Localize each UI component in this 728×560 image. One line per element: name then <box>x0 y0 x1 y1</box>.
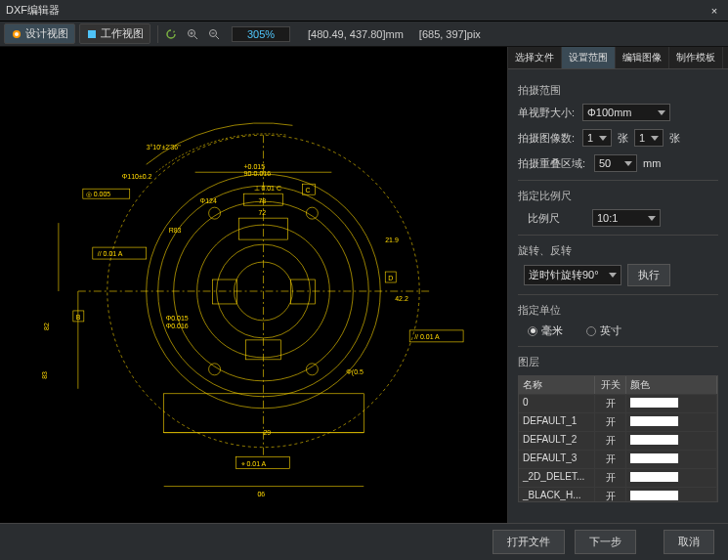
layer-row[interactable]: DEFAULT_1开 <box>519 412 717 431</box>
svg-text:Φ(0.5: Φ(0.5 <box>346 368 364 376</box>
svg-line-8 <box>216 36 219 39</box>
zoom-input[interactable]: 305% <box>232 26 290 42</box>
layer-head-color[interactable]: 颜色 <box>626 376 717 394</box>
layer-color[interactable] <box>626 488 717 501</box>
svg-text:Φ110±0.2: Φ110±0.2 <box>122 173 152 180</box>
layer-title: 图层 <box>518 355 718 369</box>
refresh-icon[interactable] <box>165 28 177 40</box>
count-y-select[interactable]: 1 <box>634 129 664 147</box>
svg-point-1 <box>15 32 19 36</box>
layer-row[interactable]: DEFAULT_3开 <box>519 450 717 468</box>
count-suffix: 张 <box>669 131 680 146</box>
scale-title: 指定比例尺 <box>518 189 718 203</box>
layer-head-switch[interactable]: 开关 <box>595 376 626 394</box>
next-button[interactable]: 下一步 <box>575 530 636 554</box>
count-mid: 张 <box>618 131 628 146</box>
svg-text:06: 06 <box>257 491 265 497</box>
layer-switch[interactable]: 开 <box>595 413 626 431</box>
svg-text:Φ0.015: Φ0.015 <box>166 315 189 322</box>
layer-row[interactable]: DEFAULT_2开 <box>519 431 717 450</box>
tab-edit-image[interactable]: 编辑图像 <box>616 47 669 68</box>
layer-row[interactable]: _BLACK_H...开 <box>519 487 717 501</box>
design-view-label: 设计视图 <box>25 26 68 41</box>
chevron-down-icon <box>651 136 659 141</box>
unit-title: 指定单位 <box>518 303 718 318</box>
coord-px: [685, 397]pix <box>413 28 487 40</box>
cancel-button[interactable]: 取消 <box>664 530 714 554</box>
layer-name: DEFAULT_1 <box>519 413 595 431</box>
layer-switch[interactable]: 开 <box>595 395 626 412</box>
svg-text:+0.015: +0.015 <box>244 163 266 170</box>
svg-rect-24 <box>290 280 315 304</box>
overlap-unit: mm <box>643 157 661 169</box>
svg-rect-2 <box>88 30 96 38</box>
svg-text:◎ 0.005: ◎ 0.005 <box>86 191 110 197</box>
chevron-down-icon <box>658 110 665 115</box>
svg-text:72: 72 <box>258 209 266 216</box>
design-view-icon <box>11 28 22 40</box>
chevron-down-icon <box>624 161 632 166</box>
fov-select[interactable]: Φ100mm <box>582 104 670 121</box>
layer-switch[interactable]: 开 <box>595 488 626 501</box>
layer-color[interactable] <box>626 395 717 412</box>
svg-rect-19 <box>164 394 364 433</box>
layer-row[interactable]: _2D_DELET...开 <box>519 468 717 487</box>
side-panel: 选择文件 设置范围 编辑图像 制作模板 拍摄范围 单视野大小: Φ100mm 拍… <box>508 47 728 523</box>
svg-text:82: 82 <box>43 323 50 330</box>
chevron-down-icon <box>648 216 656 221</box>
svg-text:78: 78 <box>258 197 266 204</box>
layer-name: DEFAULT_3 <box>519 451 595 468</box>
layer-color[interactable] <box>626 432 717 450</box>
chevron-down-icon <box>599 136 607 141</box>
tab-set-range[interactable]: 设置范围 <box>562 47 616 68</box>
open-file-button[interactable]: 打开文件 <box>492 530 565 554</box>
zoom-in-icon[interactable] <box>187 28 198 40</box>
layer-switch[interactable]: 开 <box>595 469 626 487</box>
chevron-down-icon <box>609 273 617 278</box>
svg-text:21.9: 21.9 <box>385 237 399 243</box>
overlap-select[interactable]: 50 <box>594 154 637 172</box>
layer-row[interactable]: 0开 <box>519 394 717 412</box>
rotate-select[interactable]: 逆时针旋转90° <box>524 265 621 285</box>
svg-text:90-0.016: 90-0.016 <box>244 170 272 177</box>
tab-select-file[interactable]: 选择文件 <box>508 47 562 68</box>
svg-text:R83: R83 <box>169 227 182 234</box>
work-view-icon <box>86 28 98 40</box>
tab-make-template[interactable]: 制作模板 <box>669 47 723 68</box>
svg-text:Φ124: Φ124 <box>200 197 217 204</box>
cad-canvas[interactable]: // 0.01 A // 0.01 A ⌖ 0.01 A ◎ 0.005 C B… <box>0 47 508 523</box>
fov-label: 单视野大小: <box>518 106 577 120</box>
toolbar: 设计视图 工作视图 305% [480.49, 437.80]mm [685, … <box>0 22 728 47</box>
svg-text:Φ0.016: Φ0.016 <box>166 323 189 329</box>
design-view-button[interactable]: 设计视图 <box>4 23 75 44</box>
layer-switch[interactable]: 开 <box>595 432 626 450</box>
svg-text:42.2: 42.2 <box>395 295 408 302</box>
layer-name: 0 <box>519 395 595 412</box>
footer: 打开文件 下一步 取消 <box>0 523 728 560</box>
svg-line-4 <box>194 36 197 39</box>
layer-color[interactable] <box>626 451 717 468</box>
svg-text:29: 29 <box>263 429 271 436</box>
separator <box>157 25 158 43</box>
close-icon[interactable]: × <box>707 5 722 17</box>
zoom-out-icon[interactable] <box>208 28 220 40</box>
unit-mm-radio[interactable]: 毫米 <box>528 323 563 338</box>
layer-table: 名称 开关 颜色 0开DEFAULT_1开DEFAULT_2开DEFAULT_3… <box>518 375 718 502</box>
svg-text:⊥ 0.01 C: ⊥ 0.01 C <box>254 185 281 192</box>
scale-select[interactable]: 10:1 <box>592 209 661 227</box>
layer-head-name[interactable]: 名称 <box>519 376 595 394</box>
overlap-label: 拍摄重叠区域: <box>518 156 588 171</box>
fov-value: Φ100mm <box>587 107 631 118</box>
count-x-select[interactable]: 1 <box>582 129 612 147</box>
layer-color[interactable] <box>626 469 717 487</box>
scale-label: 比例尺 <box>528 211 586 226</box>
capture-range-title: 拍摄范围 <box>518 83 718 98</box>
svg-text:C: C <box>305 187 310 194</box>
layer-switch[interactable]: 开 <box>595 451 626 468</box>
rotate-exec-button[interactable]: 执行 <box>627 264 670 286</box>
work-view-button[interactable]: 工作视图 <box>79 23 150 44</box>
layer-color[interactable] <box>626 413 717 431</box>
window-title: DXF编辑器 <box>6 3 707 18</box>
unit-in-radio[interactable]: 英寸 <box>586 323 621 338</box>
radio-dot-icon <box>586 326 596 336</box>
